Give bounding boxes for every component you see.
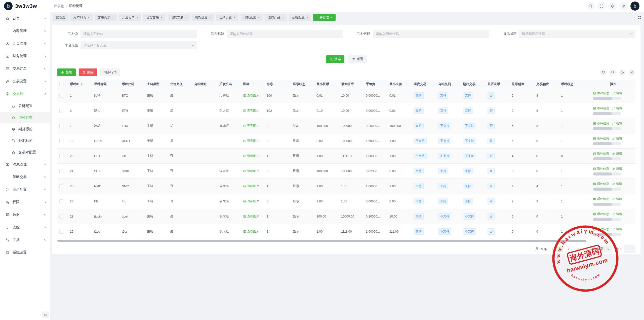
coin-title-input[interactable] xyxy=(227,30,343,38)
row-checkbox[interactable] xyxy=(59,184,63,188)
settings-icon[interactable] xyxy=(619,2,628,10)
edit-link[interactable]: 编辑 xyxy=(612,197,622,201)
sidebar-subitem-公链配置[interactable]: 公链配置 xyxy=(0,100,50,112)
view-image-link[interactable]: 查看图片 xyxy=(243,139,259,143)
tab-现货交易[interactable]: 现货交易× xyxy=(143,14,166,21)
edit-link[interactable]: 编辑 xyxy=(612,136,622,141)
row-checkbox[interactable] xyxy=(59,230,63,234)
tag-is_fiat[interactable]: 否 xyxy=(488,183,495,189)
tag-spot_trade[interactable]: 支持 xyxy=(414,183,424,189)
horizontal-scrollbar-thumb[interactable] xyxy=(57,240,586,242)
tag-is_fiat[interactable]: 否 xyxy=(488,92,495,99)
tag-option_trade[interactable]: 支持 xyxy=(463,183,473,189)
tab-close-icon[interactable]: × xyxy=(306,16,308,19)
fullscreen-icon[interactable] xyxy=(597,2,606,10)
tab-交易流水[interactable]: 交易流水× xyxy=(95,14,117,21)
sidebar-item-内容管理[interactable]: 内容管理 xyxy=(0,25,50,37)
sidebar-collapse-icon[interactable] xyxy=(42,311,49,318)
tab-close-icon[interactable]: × xyxy=(209,16,211,19)
view-image-link[interactable]: 查看图片 xyxy=(243,154,259,158)
coin-code-input[interactable] xyxy=(373,30,489,38)
tag-spot_trade[interactable]: 支持 xyxy=(414,213,424,220)
edit-link[interactable]: 编辑 xyxy=(612,167,622,171)
tag-option_trade[interactable]: 支持 xyxy=(463,198,473,204)
coin-info-link[interactable]: 币种信息 xyxy=(593,136,609,141)
tag-contract_trade[interactable]: 支持 xyxy=(438,198,448,204)
tag-option_trade[interactable]: 支持 xyxy=(463,92,473,99)
sidebar-item-交易对[interactable]: 交易对 xyxy=(0,88,50,100)
bell-icon[interactable] xyxy=(608,2,617,10)
sort-slider[interactable] xyxy=(593,157,621,160)
refresh-icon[interactable] xyxy=(600,69,607,76)
user-avatar[interactable]: b xyxy=(630,2,639,11)
tag-is_fiat[interactable]: 是 xyxy=(488,168,495,174)
zoom-icon[interactable] xyxy=(609,69,616,76)
view-image-link[interactable]: 查看图片 xyxy=(243,229,259,234)
tab-close-icon[interactable]: × xyxy=(112,16,114,19)
column-settings-icon[interactable] xyxy=(628,69,635,76)
delete-button[interactable]: 删除 xyxy=(79,68,97,76)
view-image-link[interactable]: 查看图片 xyxy=(243,109,259,113)
tag-is_fiat[interactable]: 否 xyxy=(488,123,495,129)
sidebar-item-数据[interactable]: 数据 xyxy=(0,208,50,221)
tag-is_fiat[interactable]: 是 xyxy=(488,138,495,144)
tab-options-icon[interactable] xyxy=(638,16,641,19)
tab-close-icon[interactable]: × xyxy=(88,16,90,19)
sync-quotes-button[interactable]: 同步行情 xyxy=(100,68,120,76)
print-icon[interactable] xyxy=(619,69,626,76)
coin-info-link[interactable]: 币种信息 xyxy=(593,91,609,95)
row-checkbox[interactable] xyxy=(59,139,63,143)
add-button[interactable]: 新增 xyxy=(57,68,76,76)
sort-slider[interactable] xyxy=(593,97,621,100)
view-image-link[interactable]: 查看图片 xyxy=(243,184,259,188)
tag-spot_trade[interactable]: 不支持 xyxy=(414,138,427,144)
tab-close-icon[interactable]: × xyxy=(331,16,333,19)
tag-contract_trade[interactable]: 不支持 xyxy=(438,153,451,159)
sort-slider[interactable] xyxy=(593,188,621,191)
row-checkbox[interactable] xyxy=(59,154,63,158)
tab-期权设置[interactable]: 期权设置× xyxy=(240,14,263,21)
tag-contract_trade[interactable]: 支持 xyxy=(438,183,448,189)
sidebar-item-交易订单[interactable]: 交易订单 xyxy=(0,62,50,75)
edit-link[interactable]: 编辑 xyxy=(612,152,622,156)
tag-is_fiat[interactable]: 否 xyxy=(488,153,495,159)
tab-公链配置[interactable]: 公链配置× xyxy=(289,14,311,21)
search-button[interactable]: 搜索 xyxy=(326,55,344,63)
sidebar-item-策略交易[interactable]: 策略交易 xyxy=(0,171,50,183)
tab-close-icon[interactable]: × xyxy=(136,16,138,19)
coin-info-link[interactable]: 币种信息 xyxy=(593,106,609,111)
tab-close-icon[interactable]: × xyxy=(185,16,187,19)
goto-page-input[interactable] xyxy=(624,245,635,253)
edit-link[interactable]: 编辑 xyxy=(612,91,622,95)
tag-is_fiat[interactable]: 否 xyxy=(488,213,495,220)
reset-button[interactable]: 重置 xyxy=(348,55,367,63)
sidebar-item-权限[interactable]: 权限 xyxy=(0,196,50,208)
tab-现货设置[interactable]: 现货设置× xyxy=(192,14,214,21)
edit-link[interactable]: 编辑 xyxy=(612,182,622,186)
sidebar-item-交易设置[interactable]: 交易设置 xyxy=(0,75,50,88)
sort-icon[interactable] xyxy=(80,83,83,86)
tab-close-icon[interactable]: × xyxy=(282,16,284,19)
sidebar-subitem-交易对配置[interactable]: 交易对配置 xyxy=(0,147,50,158)
tab-close-icon[interactable]: × xyxy=(233,16,235,19)
coin-id-input[interactable] xyxy=(80,30,197,38)
row-checkbox[interactable] xyxy=(59,109,63,113)
tab-币种管理[interactable]: 币种管理× xyxy=(313,14,336,21)
tag-contract_trade[interactable]: 支持 xyxy=(438,108,448,114)
tag-spot_trade[interactable]: 支持 xyxy=(414,228,424,235)
sidebar-item-系统设置[interactable]: 系统设置 xyxy=(0,246,50,259)
sort-slider[interactable] xyxy=(593,127,621,130)
coin-info-link[interactable]: 币种信息 xyxy=(593,152,609,156)
view-image-link[interactable]: 查看图片 xyxy=(243,93,259,98)
select-all-checkbox[interactable] xyxy=(59,82,63,86)
row-checkbox[interactable] xyxy=(59,124,63,128)
coin-info-link[interactable]: 币种信息 xyxy=(593,197,609,201)
tag-spot_trade[interactable]: 支持 xyxy=(414,123,424,129)
view-image-link[interactable]: 查看图片 xyxy=(243,199,259,203)
sidebar-subitem-外汇标的[interactable]: 外汇标的 xyxy=(0,135,50,147)
tag-spot_trade[interactable]: 不支持 xyxy=(414,153,427,159)
tag-option_trade[interactable]: 支持 xyxy=(463,168,473,174)
tag-contract_trade[interactable]: 支持 xyxy=(438,92,448,99)
sidebar-item-工具[interactable]: 工具 xyxy=(0,234,50,246)
sidebar-item-财务管理[interactable]: 财务管理 xyxy=(0,50,50,62)
